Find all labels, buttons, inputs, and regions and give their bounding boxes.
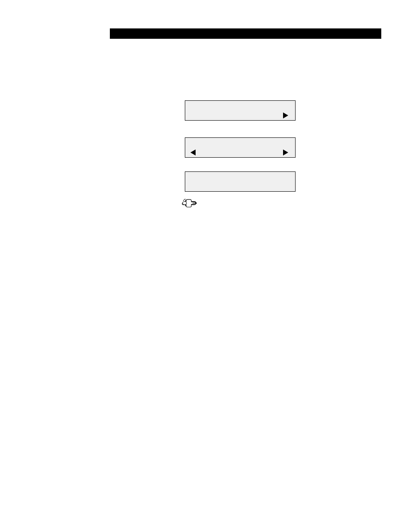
arrow-right-icon [283, 149, 288, 156]
arrow-right-icon [283, 112, 288, 118]
header-bar [110, 28, 381, 39]
arrow-left-icon [190, 149, 196, 156]
pointing-hand-icon [181, 197, 197, 209]
display-box-1 [185, 100, 296, 121]
display-box-3 [185, 171, 296, 192]
display-box-2 [185, 137, 296, 158]
svg-point-0 [183, 202, 187, 205]
